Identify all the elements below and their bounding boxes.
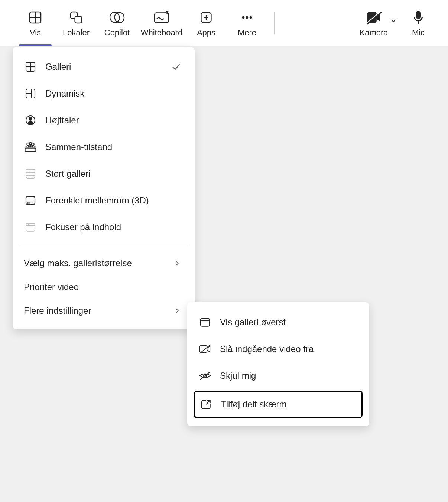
svg-rect-40 xyxy=(26,223,35,231)
svg-line-48 xyxy=(200,372,210,380)
whiteboard-icon xyxy=(153,9,170,26)
toolbar-right-group: Kamera Mic xyxy=(355,0,448,46)
grid-icon xyxy=(28,9,43,26)
menu-item-large-gallery[interactable]: Stort galleri xyxy=(13,160,195,187)
toolbar-label: Lokaler xyxy=(63,28,90,38)
hide-me-icon xyxy=(198,369,212,382)
rooms-icon xyxy=(69,9,84,26)
toolbar-label: Copilot xyxy=(104,28,130,38)
copilot-icon xyxy=(109,9,125,26)
incoming-video-off-icon xyxy=(198,342,212,356)
toolbar-divider xyxy=(274,12,275,34)
menu-item-label: Flere indstillinger xyxy=(24,306,91,316)
menu-item-label: Slå indgående video fra xyxy=(220,344,314,354)
svg-point-11 xyxy=(242,16,245,19)
toolbar-item-more[interactable]: Mere xyxy=(227,0,267,46)
svg-point-26 xyxy=(27,143,29,146)
menu-item-focus[interactable]: Fokuser på indhold xyxy=(13,214,195,241)
toolbar-label: Apps xyxy=(197,28,215,38)
toolbar-label: Kamera xyxy=(359,28,388,38)
immersive-3d-icon xyxy=(24,194,37,207)
menu-item-label: Stort galleri xyxy=(45,169,90,179)
submenu-item-incoming-video-off[interactable]: Slå indgående video fra xyxy=(187,336,369,362)
toolbar-item-whiteboard[interactable]: Whiteboard xyxy=(137,0,186,46)
menu-item-label: Galleri xyxy=(45,62,71,72)
svg-rect-7 xyxy=(155,13,169,23)
menu-item-label: Prioriter video xyxy=(24,282,79,292)
menu-item-label: Sammen-tilstand xyxy=(45,142,112,152)
menu-item-label: Vælg maks. galleristørrelse xyxy=(24,258,132,268)
meeting-toolbar: Vis Lokaler Copilot Whiteboard Apps Mere xyxy=(0,0,448,46)
more-icon xyxy=(240,9,254,26)
large-gallery-icon xyxy=(24,167,37,180)
dynamic-icon xyxy=(24,87,37,100)
svg-point-13 xyxy=(250,16,252,19)
together-icon xyxy=(24,140,37,154)
focus-content-icon xyxy=(24,221,37,234)
svg-rect-30 xyxy=(26,169,35,178)
toolbar-item-apps[interactable]: Apps xyxy=(186,0,227,46)
gallery-icon xyxy=(24,60,37,74)
menu-item-prioritize-video[interactable]: Prioriter video xyxy=(13,275,195,299)
apps-icon xyxy=(199,9,213,26)
toolbar-item-view[interactable]: Vis xyxy=(15,0,56,46)
menu-item-more-settings[interactable]: Flere indstillinger xyxy=(13,299,195,323)
svg-point-27 xyxy=(29,143,32,145)
mic-icon xyxy=(412,9,425,26)
menu-item-label: Højttaler xyxy=(45,115,79,126)
menu-item-label: Tilføj delt skærm xyxy=(221,399,286,410)
chevron-right-icon xyxy=(173,307,181,315)
menu-item-label: Dynamisk xyxy=(45,88,84,99)
pop-out-icon xyxy=(199,398,213,411)
menu-item-3d[interactable]: Forenklet mellemrum (3D) xyxy=(13,187,195,214)
svg-rect-4 xyxy=(75,16,82,23)
toolbar-item-camera[interactable]: Kamera xyxy=(355,0,392,46)
gallery-top-icon xyxy=(198,316,212,329)
menu-item-label: Fokuser på indhold xyxy=(45,222,121,232)
menu-divider xyxy=(19,246,188,246)
toolbar-item-mic[interactable]: Mic xyxy=(400,0,437,46)
more-settings-submenu: Vis galleri øverst Slå indgående video f… xyxy=(187,302,369,426)
submenu-item-add-shared-screen[interactable]: Tilføj delt skærm xyxy=(194,391,363,418)
svg-point-12 xyxy=(246,16,249,19)
menu-item-label: Forenklet mellemrum (3D) xyxy=(45,195,149,206)
menu-item-label: Skjul mig xyxy=(220,371,256,381)
submenu-item-hide-me[interactable]: Skjul mig xyxy=(187,362,369,389)
svg-line-49 xyxy=(206,400,210,404)
view-menu: Galleri Dynamisk Højttaler Sammen-tilsta… xyxy=(13,47,195,329)
speaker-person-icon xyxy=(24,114,37,127)
chevron-right-icon xyxy=(173,259,181,267)
toolbar-item-rooms[interactable]: Lokaler xyxy=(56,0,97,46)
check-icon xyxy=(171,62,181,72)
submenu-item-gallery-top[interactable]: Vis galleri øverst xyxy=(187,309,369,336)
camera-off-icon xyxy=(366,9,382,26)
toolbar-label: Whiteboard xyxy=(141,28,183,38)
toolbar-label: Vis xyxy=(30,28,41,38)
svg-rect-29 xyxy=(25,148,36,152)
menu-item-label: Vis galleri øverst xyxy=(220,317,286,327)
svg-point-28 xyxy=(32,143,34,146)
menu-item-dynamic[interactable]: Dynamisk xyxy=(13,80,195,107)
svg-rect-43 xyxy=(201,318,210,326)
toolbar-item-copilot[interactable]: Copilot xyxy=(97,0,137,46)
menu-item-gallery[interactable]: Galleri xyxy=(13,53,195,80)
svg-rect-35 xyxy=(26,196,35,204)
svg-rect-45 xyxy=(200,346,207,352)
toolbar-label: Mere xyxy=(238,28,256,38)
menu-item-max-gallery-size[interactable]: Vælg maks. galleristørrelse xyxy=(13,251,195,275)
menu-item-together[interactable]: Sammen-tilstand xyxy=(13,134,195,160)
svg-point-25 xyxy=(29,117,32,120)
svg-rect-16 xyxy=(416,11,421,19)
toolbar-label: Mic xyxy=(412,28,425,38)
menu-item-speaker[interactable]: Højttaler xyxy=(13,107,195,134)
